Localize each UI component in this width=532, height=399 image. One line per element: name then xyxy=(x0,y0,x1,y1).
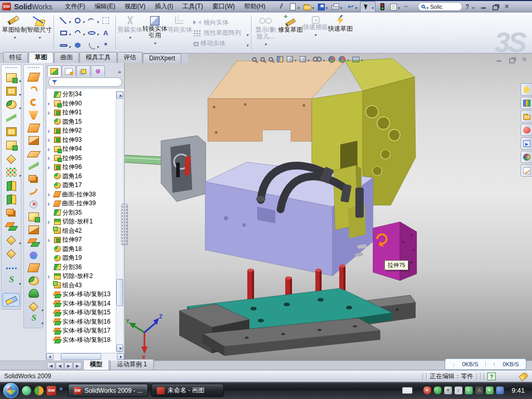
replace-face-button[interactable] xyxy=(25,211,42,224)
network-speed-widget[interactable]: ↓ 0KB/S ↑ 0KB/S xyxy=(445,358,526,370)
extend-surface-button[interactable] xyxy=(25,160,42,173)
save-button[interactable] xyxy=(317,2,329,12)
tree-item-move-copy18[interactable]: 实体-移动/复制18 xyxy=(48,336,116,345)
dropdown-arrow-icon[interactable] xyxy=(129,34,131,41)
sketch-draw-button[interactable]: 草图绘制 xyxy=(2,14,27,52)
model-tab-prev-button[interactable]: ◀ xyxy=(56,362,64,369)
help-button[interactable]: ? xyxy=(464,3,471,10)
part-side-block[interactable] xyxy=(373,222,417,281)
toolbar-drag-handle[interactable] xyxy=(5,66,18,69)
zoom-area-button[interactable] xyxy=(260,57,265,62)
dropdown-arrow-icon[interactable] xyxy=(19,75,21,85)
section-view-button[interactable] xyxy=(277,56,283,62)
scrollbar-thumb[interactable] xyxy=(116,279,123,306)
taskpane-view-palette-tab[interactable] xyxy=(521,137,532,150)
revolved-surface-button[interactable] xyxy=(25,84,42,97)
taskpane-file-explorer-tab[interactable] xyxy=(521,110,532,123)
smart-dimension-button[interactable]: 智能尺寸 xyxy=(27,14,52,52)
featuremanager-tab[interactable] xyxy=(47,65,61,76)
dropdown-arrow-icon[interactable] xyxy=(38,34,41,41)
dropdown-arrow-icon[interactable] xyxy=(314,31,316,38)
menu-view[interactable]: 视图(V) xyxy=(121,1,150,12)
tree-item-extrude94[interactable]: 拉伸94 xyxy=(48,144,116,154)
dropdown-arrow-icon[interactable] xyxy=(246,31,248,38)
sketch-fillet-button[interactable] xyxy=(85,39,99,51)
taskpane-resources-tab[interactable] xyxy=(521,124,532,136)
undo-button[interactable] xyxy=(345,2,358,12)
menu-file[interactable]: 文件(F) xyxy=(61,1,89,12)
circle-tool-button[interactable] xyxy=(71,14,85,26)
tray-shield-icon[interactable] xyxy=(434,387,442,394)
tree-item-fillet18[interactable]: 圆角18 xyxy=(48,245,116,254)
mirror-entities-button[interactable]: 镜向实体 xyxy=(193,18,248,27)
tree-horizontal-scrollbar[interactable] xyxy=(46,353,124,361)
expand-arrow-icon[interactable] xyxy=(48,126,52,136)
quick-snaps-button[interactable]: 快速捕捉 xyxy=(303,14,328,52)
freeform-button[interactable] xyxy=(25,185,42,198)
tray-volume-icon[interactable]: ♪ xyxy=(455,387,462,394)
dropdown-arrow-icon[interactable] xyxy=(326,2,328,11)
scroll-down-button[interactable] xyxy=(116,344,123,352)
expand-arrow-icon[interactable] xyxy=(48,190,52,199)
dome-button[interactable] xyxy=(25,287,42,300)
tree-item-move-copy16[interactable]: 实体-移动/复制16 xyxy=(48,317,116,327)
knit-surface-button[interactable] xyxy=(25,172,42,185)
scroll-up-button[interactable] xyxy=(116,91,123,99)
dimxpertmanager-tab[interactable]: ⊕ xyxy=(91,65,105,76)
ellipse-tool-button[interactable] xyxy=(85,26,99,39)
rebuild-button[interactable] xyxy=(377,3,388,11)
pin-toolbar-button[interactable] xyxy=(276,2,286,11)
taskbar-clock[interactable]: 9:41 xyxy=(512,387,525,394)
view-settings-button[interactable] xyxy=(352,55,363,64)
slot-tool-button[interactable] xyxy=(57,39,71,51)
insert-surface-part-button[interactable] xyxy=(25,300,42,313)
insert-part-button[interactable] xyxy=(3,233,20,246)
move-copy-body-button[interactable] xyxy=(3,219,20,233)
edit-appearance-button[interactable] xyxy=(328,56,335,63)
tree-item-extrude93[interactable]: 拉伸93 xyxy=(48,136,116,145)
dropdown-arrow-icon[interactable] xyxy=(298,2,300,11)
menu-tools[interactable]: 工具(T) xyxy=(178,1,207,12)
expand-arrow-icon[interactable] xyxy=(48,199,52,208)
swept-boss-button[interactable] xyxy=(3,111,20,125)
split-feature-button[interactable] xyxy=(3,192,20,206)
tree-item-move-copy14[interactable]: 实体-移动/复制14 xyxy=(48,299,116,309)
toolbar-overflow-button[interactable] xyxy=(403,2,413,11)
surface-fillet-button[interactable] xyxy=(25,274,42,287)
tray-warning-icon[interactable]: ⚠ xyxy=(475,387,483,394)
minimize-button[interactable] xyxy=(480,3,487,10)
model-tab[interactable]: 模型 xyxy=(83,359,109,370)
quick-launch-chevron[interactable]: » xyxy=(59,385,63,392)
input-method-icon[interactable] xyxy=(402,387,413,394)
tab-evaluate[interactable]: 评估 xyxy=(117,52,142,63)
planar-surface-button[interactable] xyxy=(25,147,42,160)
panel-splitter-handle[interactable] xyxy=(121,204,128,245)
dropdown-arrow-icon[interactable] xyxy=(372,2,374,11)
model-tab-first-button[interactable]: ◀ xyxy=(47,362,55,369)
menu-window[interactable]: 窗口(W) xyxy=(208,1,239,12)
doc-close-button[interactable] xyxy=(521,56,528,63)
help-dropdown-icon[interactable] xyxy=(472,2,474,11)
tab-surfaces[interactable]: 曲面 xyxy=(54,52,79,63)
tree-item-split34[interactable]: 分割34 xyxy=(48,90,116,99)
dropdown-arrow-icon[interactable] xyxy=(307,55,309,64)
expand-arrow-icon[interactable] xyxy=(48,163,52,172)
restore-button[interactable] xyxy=(491,3,499,10)
task-paint[interactable]: 未命名 - 画图 xyxy=(151,384,224,397)
tab-sketch[interactable]: 草图 xyxy=(29,52,54,63)
expand-arrow-icon[interactable] xyxy=(48,135,52,144)
tree-item-extrude92[interactable]: 拉伸92 xyxy=(48,126,116,136)
indent-button[interactable] xyxy=(3,246,20,260)
lofted-surface-button[interactable] xyxy=(25,109,42,122)
start-button[interactable] xyxy=(3,383,19,398)
offset-surface-button[interactable] xyxy=(25,135,42,148)
zoom-previous-button[interactable] xyxy=(269,57,273,62)
dropdown-arrow-icon[interactable] xyxy=(19,89,21,98)
fillet-button[interactable] xyxy=(3,98,20,111)
dropdown-arrow-icon[interactable] xyxy=(312,2,314,11)
repair-sketch-button[interactable]: 修复草图 xyxy=(278,14,303,52)
tray-usb-icon[interactable]: ↑ xyxy=(465,387,473,394)
offset-entities-button[interactable]: 等距实体 xyxy=(167,14,192,52)
tree-item-move-copy13[interactable]: 实体-移动/复制13 xyxy=(48,290,116,299)
doc-restore-button[interactable] xyxy=(508,56,515,63)
